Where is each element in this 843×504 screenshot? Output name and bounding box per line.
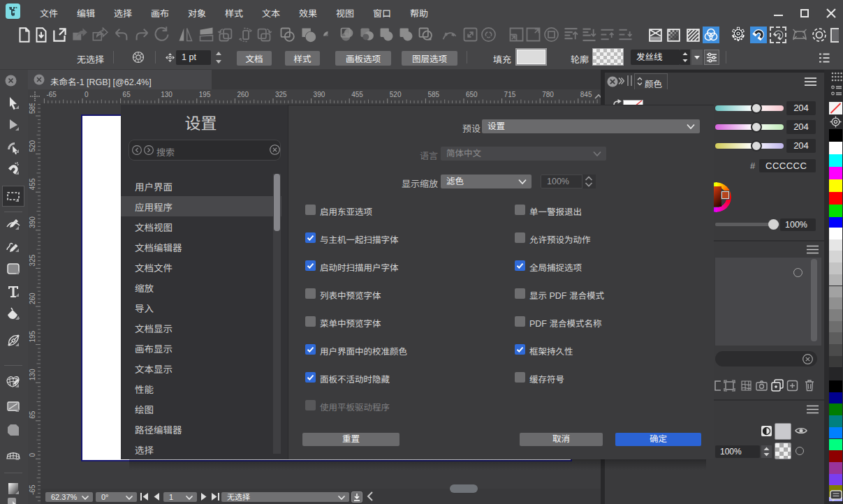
svg-text:520: 520: [390, 91, 402, 98]
svg-text:390: 390: [314, 91, 325, 98]
svg-text:-65: -65: [29, 484, 36, 495]
svg-text:130: 130: [29, 369, 36, 380]
svg-text:65: 65: [123, 91, 131, 98]
svg-text:520: 520: [29, 140, 36, 151]
svg-text:-65: -65: [46, 91, 57, 98]
svg-text:325: 325: [29, 254, 36, 266]
svg-text:0: 0: [29, 452, 36, 457]
svg-text:455: 455: [351, 91, 363, 98]
svg-text:845: 845: [580, 91, 592, 98]
svg-text:195: 195: [29, 330, 36, 342]
svg-text:260: 260: [29, 292, 36, 304]
svg-text:0: 0: [85, 91, 89, 98]
svg-text:780: 780: [542, 91, 554, 98]
svg-text:585: 585: [427, 91, 439, 98]
svg-text:130: 130: [161, 91, 173, 98]
svg-text:195: 195: [199, 91, 211, 98]
svg-text:650: 650: [466, 91, 478, 98]
svg-text:715: 715: [504, 91, 516, 98]
svg-text:325: 325: [275, 91, 287, 98]
svg-text:260: 260: [237, 91, 249, 98]
svg-text:65: 65: [29, 410, 36, 419]
svg-text:585: 585: [29, 103, 36, 114]
svg-text:455: 455: [29, 178, 36, 190]
svg-text:390: 390: [29, 216, 36, 228]
